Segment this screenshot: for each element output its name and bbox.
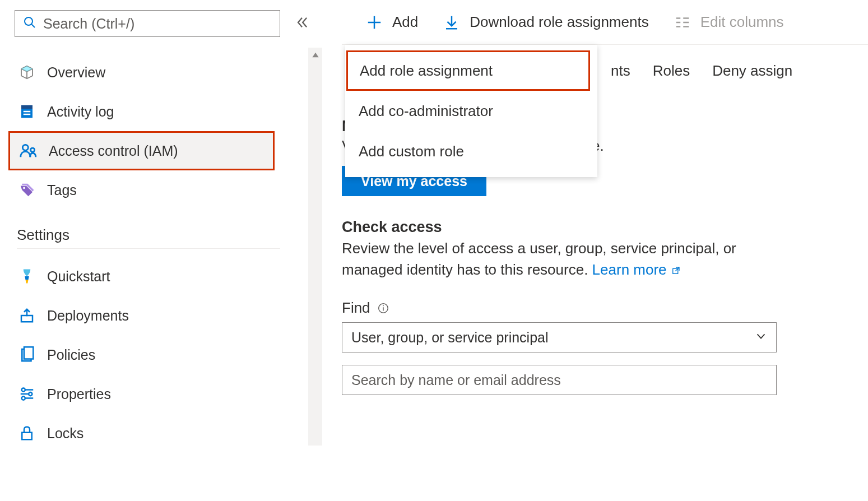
nav-label: Quickstart xyxy=(47,268,110,285)
find-label-row: Find xyxy=(342,299,868,317)
toolbar: Add Download role assignments Edit colum… xyxy=(342,0,868,45)
chevron-down-icon xyxy=(755,330,767,346)
select-value: User, group, or service principal xyxy=(351,330,549,346)
nav-item-policies[interactable]: Policies xyxy=(0,335,322,374)
nav-item-access-control[interactable]: Access control (IAM) xyxy=(8,131,275,170)
check-access-section: Check access Review the level of access … xyxy=(342,219,868,395)
learn-more-link[interactable]: Learn more xyxy=(592,261,681,278)
svg-rect-6 xyxy=(24,114,31,115)
nav-label: Tags xyxy=(47,182,77,198)
nav-item-quickstart[interactable]: Quickstart xyxy=(0,257,322,296)
divider xyxy=(17,248,280,249)
tab-role-assignments-partial[interactable]: nts xyxy=(611,62,630,80)
nav-item-deployments[interactable]: Deployments xyxy=(0,296,322,335)
dropdown-item-label: Add custom role xyxy=(359,143,464,160)
svg-point-33 xyxy=(383,305,384,306)
nav-item-activity-log[interactable]: Activity log xyxy=(0,92,322,131)
toolbar-label: Download role assignments xyxy=(470,13,648,31)
search-input[interactable] xyxy=(43,16,272,32)
properties-icon xyxy=(17,384,37,404)
svg-point-17 xyxy=(22,396,25,400)
nav-label: Access control (IAM) xyxy=(49,143,178,159)
nav-item-tags[interactable]: Tags xyxy=(0,170,322,210)
svg-point-8 xyxy=(31,148,35,152)
svg-point-15 xyxy=(29,392,32,396)
dropdown-item-label: Add role assignment xyxy=(360,62,493,80)
toolbar-label: Add xyxy=(392,13,418,31)
search-icon xyxy=(23,16,36,31)
plus-icon xyxy=(365,13,383,31)
nav-label: Overview xyxy=(47,64,105,81)
tags-icon xyxy=(17,180,37,200)
nav-item-properties[interactable]: Properties xyxy=(0,374,322,414)
people-icon xyxy=(18,141,39,161)
svg-rect-5 xyxy=(24,111,31,113)
activity-log-icon xyxy=(17,101,37,122)
nav-label: Deployments xyxy=(47,308,129,324)
dropdown-add-role-assignment[interactable]: Add role assignment xyxy=(346,50,590,91)
svg-point-9 xyxy=(23,187,25,189)
nav-label: Policies xyxy=(47,347,95,363)
nav-label: Locks xyxy=(47,425,83,442)
search-box[interactable] xyxy=(15,10,280,37)
nav-item-overview[interactable]: Overview xyxy=(0,53,322,92)
nav-items: Overview Activity log Access control (IA… xyxy=(0,47,322,453)
find-label: Find xyxy=(342,299,370,317)
nav-label: Activity log xyxy=(47,104,114,120)
dropdown-item-label: Add co-administrator xyxy=(359,103,493,120)
find-search-box[interactable] xyxy=(342,365,777,395)
learn-more-label: Learn more xyxy=(592,261,667,278)
sidebar: Overview Activity log Access control (IA… xyxy=(0,0,322,501)
download-role-assignments-button[interactable]: Download role assignments xyxy=(430,0,661,45)
sidebar-section-settings: Settings xyxy=(0,226,322,244)
external-link-icon xyxy=(671,266,681,276)
quickstart-icon xyxy=(17,266,37,286)
svg-rect-10 xyxy=(21,316,33,322)
info-icon[interactable] xyxy=(377,302,389,314)
svg-rect-4 xyxy=(21,105,33,109)
check-access-title: Check access xyxy=(342,219,868,236)
tab-roles[interactable]: Roles xyxy=(653,62,690,80)
svg-rect-19 xyxy=(22,433,32,440)
lock-icon xyxy=(17,423,37,443)
tab-deny-assignments[interactable]: Deny assign xyxy=(712,62,792,80)
svg-point-13 xyxy=(22,388,25,391)
collapse-sidebar-button[interactable] xyxy=(294,15,310,33)
search-row xyxy=(0,0,322,47)
dropdown-add-custom-role[interactable]: Add custom role xyxy=(345,131,597,171)
find-search-input[interactable] xyxy=(351,372,767,388)
dropdown-add-co-administrator[interactable]: Add co-administrator xyxy=(345,91,597,131)
policies-icon xyxy=(17,345,37,365)
svg-point-0 xyxy=(25,17,33,25)
find-type-select[interactable]: User, group, or service principal xyxy=(342,322,777,352)
cube-icon xyxy=(17,62,37,82)
nav-item-locks[interactable]: Locks xyxy=(0,414,322,453)
add-button[interactable]: Add xyxy=(353,0,430,45)
deployments-icon xyxy=(17,305,37,326)
edit-columns-button[interactable]: Edit columns xyxy=(661,0,796,45)
check-access-desc: Review the level of access a user, group… xyxy=(342,238,779,280)
svg-line-1 xyxy=(31,24,35,27)
svg-rect-12 xyxy=(24,347,33,359)
columns-icon xyxy=(674,13,691,31)
toolbar-label: Edit columns xyxy=(700,13,784,31)
add-dropdown-menu: Add role assignment Add co-administrator… xyxy=(345,45,597,177)
nav-label: Properties xyxy=(47,386,111,402)
svg-point-7 xyxy=(22,145,28,150)
download-icon xyxy=(443,13,461,31)
